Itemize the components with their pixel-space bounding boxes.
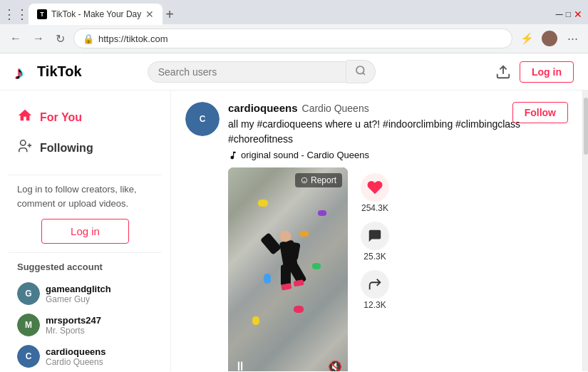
- svg-line-1: [363, 73, 365, 75]
- avatar-mrsports247: M: [17, 314, 40, 336]
- browser-tab[interactable]: T TikTok - Make Your Day ✕: [29, 4, 163, 25]
- window-apps-btn[interactable]: ⋮⋮: [6, 4, 26, 24]
- follow-btn-cardioqueens[interactable]: Follow: [512, 102, 568, 123]
- tiktok-logo[interactable]: ♪ ♪ ♪ TikTok: [14, 62, 82, 82]
- sidebar-item-for-you[interactable]: For You: [9, 102, 162, 133]
- post-video-cardioqueens[interactable]: Report ⏸ 🔇: [228, 167, 348, 371]
- share-count: 12.3K: [363, 300, 386, 310]
- pause-btn[interactable]: ⏸: [234, 359, 247, 371]
- post-avatar-cardioqueens[interactable]: C: [185, 102, 220, 136]
- post-username-cardioqueens[interactable]: cardioqueens: [228, 102, 298, 114]
- logo-text: TikTok: [37, 63, 82, 80]
- close-btn[interactable]: ✕: [574, 9, 582, 20]
- like-icon: [361, 173, 389, 202]
- comment-count: 25.3K: [363, 252, 386, 262]
- scrollbar-thumb[interactable]: [584, 98, 588, 155]
- sidebar-login-message: Log in to follow creators, like, comment…: [17, 182, 153, 210]
- login-btn[interactable]: Log in: [520, 61, 574, 83]
- sidebar-divider-2: [9, 252, 162, 253]
- account-info-mrsports247: mrsports247 Mr. Sports: [46, 315, 153, 336]
- following-icon: [17, 138, 33, 157]
- nickname-gameandglitch: Gamer Guy: [46, 294, 153, 304]
- sidebar: For You Following Log in to follow creat…: [0, 91, 171, 371]
- scrollbar-track[interactable]: [582, 91, 588, 371]
- maximize-btn[interactable]: □: [566, 9, 571, 20]
- refresh-btn[interactable]: ↻: [53, 31, 68, 47]
- sidebar-nav: For You Following: [9, 102, 162, 163]
- new-tab-btn[interactable]: +: [165, 6, 174, 23]
- browser-nav-bar: ← → ↻ 🔒 https://tiktok.com ⚡ ⋯: [0, 24, 588, 53]
- header-actions: Log in: [495, 61, 574, 83]
- svg-point-0: [356, 66, 364, 74]
- like-count: 254.3K: [361, 203, 388, 213]
- svg-point-3: [21, 140, 26, 145]
- comment-action[interactable]: 25.3K: [361, 222, 389, 262]
- address-bar[interactable]: 🔒 https://tiktok.com: [73, 29, 512, 48]
- tiktok-app: ♪ ♪ ♪ TikTok Log in: [0, 53, 588, 371]
- suggested-title: Suggested account: [17, 262, 153, 272]
- feed-post-cardioqueens: C cardioqueens Cardio Queens all my #car…: [185, 91, 568, 371]
- post-actions-cardioqueens: 254.3K 25.3K: [361, 167, 389, 371]
- sidebar-label-following: Following: [40, 142, 93, 155]
- minimize-btn[interactable]: ─: [556, 9, 563, 20]
- nickname-cardioqueens: Cardio Queens: [46, 357, 153, 367]
- sidebar-divider: [9, 175, 162, 175]
- report-btn[interactable]: Report: [295, 173, 342, 187]
- sidebar-item-following[interactable]: Following: [9, 133, 162, 163]
- post-displayname-cardioqueens: Cardio Queens: [302, 103, 369, 114]
- suggested-account-cardioqueens[interactable]: C cardioqueens Cardio Queens: [9, 341, 162, 371]
- mute-btn[interactable]: 🔇: [328, 360, 342, 371]
- nickname-mrsports247: Mr. Sports: [46, 326, 153, 336]
- browser-toolbar: ⚡ ⋯: [518, 30, 581, 47]
- suggested-account-gameandglitch[interactable]: G gameandglitch Gamer Guy: [9, 278, 162, 309]
- menu-btn[interactable]: ⋯: [564, 30, 581, 47]
- share-icon: [361, 270, 389, 299]
- extensions-btn[interactable]: ⚡: [518, 30, 535, 47]
- main-layout: For You Following Log in to follow creat…: [0, 91, 588, 371]
- avatar-gameandglitch: G: [17, 282, 40, 305]
- username-cardioqueens: cardioqueens: [46, 346, 153, 357]
- post-sound-cardioqueens: original sound - Cardio Queens: [228, 150, 568, 160]
- avatar-cardioqueens-sidebar: C: [17, 345, 40, 368]
- home-icon: [17, 108, 33, 127]
- sidebar-label-for-you: For You: [40, 111, 82, 124]
- browser-chrome: ⋮⋮ T TikTok - Make Your Day ✕ + ─ □ ✕ ← …: [0, 0, 588, 53]
- username-mrsports247: mrsports247: [46, 315, 153, 326]
- sidebar-login-btn[interactable]: Log in: [41, 219, 129, 244]
- comment-icon: [361, 222, 389, 250]
- account-info-cardioqueens: cardioqueens Cardio Queens: [46, 346, 153, 367]
- tab-title: TikTok - Make Your Day: [51, 9, 141, 19]
- post-content-cardioqueens: cardioqueens Cardio Queens all my #cardi…: [228, 102, 568, 371]
- feed: C cardioqueens Cardio Queens all my #car…: [171, 91, 582, 371]
- tab-favicon: T: [37, 9, 47, 19]
- search-input[interactable]: [148, 61, 346, 83]
- account-info-gameandglitch: gameandglitch Gamer Guy: [46, 284, 153, 304]
- profiles-btn[interactable]: [541, 30, 558, 47]
- suggested-account-mrsports247[interactable]: M mrsports247 Mr. Sports: [9, 309, 162, 341]
- app-header: ♪ ♪ ♪ TikTok Log in: [0, 53, 588, 91]
- video-controls: ⏸ 🔇: [234, 359, 342, 371]
- upload-btn[interactable]: [495, 64, 511, 80]
- back-btn[interactable]: ←: [7, 31, 24, 46]
- video-overlay-cardioqueens: Report ⏸ 🔇: [228, 167, 348, 371]
- username-gameandglitch: gameandglitch: [46, 284, 153, 294]
- forward-btn[interactable]: →: [30, 31, 47, 46]
- search-button[interactable]: [346, 60, 376, 83]
- like-action[interactable]: 254.3K: [361, 173, 389, 213]
- search-bar: [148, 60, 376, 83]
- address-text: https://tiktok.com: [98, 33, 168, 44]
- share-action[interactable]: 12.3K: [361, 270, 389, 310]
- tab-close-btn[interactable]: ✕: [145, 9, 154, 20]
- report-label: Report: [311, 175, 336, 185]
